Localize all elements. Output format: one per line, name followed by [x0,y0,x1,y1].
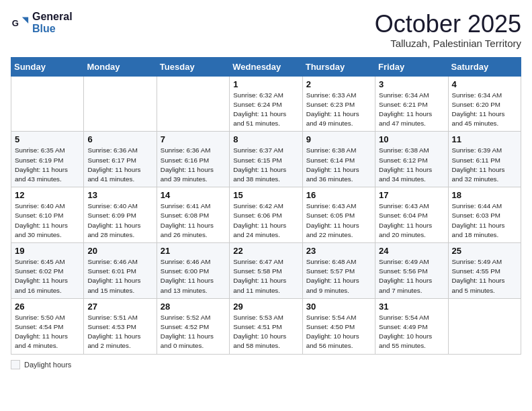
cell-day-number: 20 [87,246,152,256]
cell-info-text: Sunrise: 6:32 AM Sunset: 6:24 PM Dayligh… [233,91,298,129]
cell-info-text: Sunrise: 6:36 AM Sunset: 6:17 PM Dayligh… [87,146,152,184]
cell-info-text: Sunrise: 5:52 AM Sunset: 4:52 PM Dayligh… [161,313,226,351]
calendar-cell: 21Sunrise: 6:46 AM Sunset: 6:00 PM Dayli… [157,243,229,299]
cell-info-text: Sunrise: 6:36 AM Sunset: 6:16 PM Dayligh… [161,146,226,184]
cell-day-number: 11 [452,134,517,144]
cell-day-number: 10 [379,134,444,144]
cell-info-text: Sunrise: 5:54 AM Sunset: 4:50 PM Dayligh… [306,313,371,351]
calendar-cell [11,76,84,132]
cell-info-text: Sunrise: 5:49 AM Sunset: 4:55 PM Dayligh… [452,257,517,295]
logo-line2: Blue [32,23,73,35]
cell-info-text: Sunrise: 6:45 AM Sunset: 6:02 PM Dayligh… [15,257,80,295]
cell-day-number: 18 [452,190,517,200]
calendar-cell: 30Sunrise: 5:54 AM Sunset: 4:50 PM Dayli… [302,298,375,354]
cell-day-number: 15 [233,190,298,200]
page-header: G General Blue October 2025 Talluzah, Pa… [11,11,521,49]
cell-info-text: Sunrise: 6:38 AM Sunset: 6:14 PM Dayligh… [306,146,371,184]
calendar-cell [157,76,229,132]
calendar-cell: 11Sunrise: 6:39 AM Sunset: 6:11 PM Dayli… [448,132,521,187]
cell-info-text: Sunrise: 6:34 AM Sunset: 6:21 PM Dayligh… [379,91,444,129]
cell-day-number: 2 [306,79,371,89]
location-subtitle: Talluzah, Palestinian Territory [375,38,521,49]
weekday-header-thursday: Thursday [302,57,375,76]
cell-day-number: 13 [87,190,152,200]
cell-info-text: Sunrise: 5:53 AM Sunset: 4:51 PM Dayligh… [233,313,298,351]
cell-info-text: Sunrise: 6:46 AM Sunset: 6:00 PM Dayligh… [161,257,226,295]
cell-day-number: 23 [306,246,371,256]
cell-day-number: 9 [306,134,371,144]
cell-info-text: Sunrise: 6:38 AM Sunset: 6:12 PM Dayligh… [379,146,444,184]
cell-info-text: Sunrise: 6:39 AM Sunset: 6:11 PM Dayligh… [452,146,517,184]
calendar-cell: 20Sunrise: 6:46 AM Sunset: 6:01 PM Dayli… [84,243,157,299]
calendar-cell: 24Sunrise: 6:49 AM Sunset: 5:56 PM Dayli… [375,243,448,299]
cell-day-number: 6 [87,134,152,144]
footer-note: Daylight hours [11,360,521,369]
cell-info-text: Sunrise: 6:43 AM Sunset: 6:04 PM Dayligh… [379,201,444,240]
cell-info-text: Sunrise: 6:41 AM Sunset: 6:08 PM Dayligh… [161,201,226,240]
cell-info-text: Sunrise: 6:43 AM Sunset: 6:05 PM Dayligh… [306,201,371,240]
title-block: October 2025 Talluzah, Palestinian Terri… [375,11,521,49]
cell-day-number: 16 [306,190,371,200]
cell-day-number: 27 [87,302,152,312]
cell-info-text: Sunrise: 5:51 AM Sunset: 4:53 PM Dayligh… [87,313,152,351]
calendar-cell [84,76,157,132]
cell-day-number: 12 [15,190,80,200]
cell-day-number: 3 [379,79,444,89]
cell-day-number: 19 [15,246,80,256]
cell-day-number: 26 [15,302,80,312]
calendar-cell: 4Sunrise: 6:34 AM Sunset: 6:20 PM Daylig… [448,76,521,132]
weekday-header-monday: Monday [84,57,157,76]
cell-day-number: 8 [233,134,298,144]
calendar-cell: 8Sunrise: 6:37 AM Sunset: 6:15 PM Daylig… [230,132,302,187]
calendar-cell: 26Sunrise: 5:50 AM Sunset: 4:54 PM Dayli… [11,298,84,354]
calendar-cell: 1Sunrise: 6:32 AM Sunset: 6:24 PM Daylig… [230,76,302,132]
calendar-cell: 10Sunrise: 6:38 AM Sunset: 6:12 PM Dayli… [375,132,448,187]
calendar-table: SundayMondayTuesdayWednesdayThursdayFrid… [11,57,521,355]
cell-day-number: 1 [233,79,298,89]
calendar-cell: 28Sunrise: 5:52 AM Sunset: 4:52 PM Dayli… [157,298,229,354]
daylight-box-icon [11,360,20,369]
calendar-cell: 17Sunrise: 6:43 AM Sunset: 6:04 PM Dayli… [375,187,448,243]
cell-info-text: Sunrise: 6:46 AM Sunset: 6:01 PM Dayligh… [87,257,152,295]
weekday-header-sunday: Sunday [11,57,84,76]
svg-text:G: G [12,17,19,28]
cell-info-text: Sunrise: 6:40 AM Sunset: 6:09 PM Dayligh… [87,201,152,240]
cell-info-text: Sunrise: 6:34 AM Sunset: 6:20 PM Dayligh… [452,91,517,129]
cell-day-number: 5 [15,134,80,144]
cell-info-text: Sunrise: 5:50 AM Sunset: 4:54 PM Dayligh… [15,313,80,351]
weekday-header-wednesday: Wednesday [230,57,302,76]
calendar-cell: 18Sunrise: 6:44 AM Sunset: 6:03 PM Dayli… [448,187,521,243]
calendar-cell: 27Sunrise: 5:51 AM Sunset: 4:53 PM Dayli… [84,298,157,354]
calendar-cell: 6Sunrise: 6:36 AM Sunset: 6:17 PM Daylig… [84,132,157,187]
calendar-cell: 29Sunrise: 5:53 AM Sunset: 4:51 PM Dayli… [230,298,302,354]
cell-day-number: 31 [379,302,444,312]
daylight-label: Daylight hours [24,361,71,369]
calendar-cell: 16Sunrise: 6:43 AM Sunset: 6:05 PM Dayli… [302,187,375,243]
cell-day-number: 17 [379,190,444,200]
logo-icon: G [11,13,30,32]
cell-info-text: Sunrise: 6:42 AM Sunset: 6:06 PM Dayligh… [233,201,298,240]
cell-day-number: 22 [233,246,298,256]
calendar-cell [448,298,521,354]
calendar-cell: 19Sunrise: 6:45 AM Sunset: 6:02 PM Dayli… [11,243,84,299]
calendar-cell: 23Sunrise: 6:48 AM Sunset: 5:57 PM Dayli… [302,243,375,299]
cell-info-text: Sunrise: 6:33 AM Sunset: 6:23 PM Dayligh… [306,91,371,129]
cell-info-text: Sunrise: 6:49 AM Sunset: 5:56 PM Dayligh… [379,257,444,295]
calendar-cell: 2Sunrise: 6:33 AM Sunset: 6:23 PM Daylig… [302,76,375,132]
weekday-header-saturday: Saturday [448,57,521,76]
cell-info-text: Sunrise: 6:47 AM Sunset: 5:58 PM Dayligh… [233,257,298,295]
cell-day-number: 24 [379,246,444,256]
calendar-cell: 3Sunrise: 6:34 AM Sunset: 6:21 PM Daylig… [375,76,448,132]
month-title: October 2025 [375,11,521,38]
cell-info-text: Sunrise: 6:40 AM Sunset: 6:10 PM Dayligh… [15,201,80,240]
cell-info-text: Sunrise: 6:37 AM Sunset: 6:15 PM Dayligh… [233,146,298,184]
cell-day-number: 29 [233,302,298,312]
calendar-cell: 12Sunrise: 6:40 AM Sunset: 6:10 PM Dayli… [11,187,84,243]
cell-day-number: 4 [452,79,517,89]
calendar-cell: 15Sunrise: 6:42 AM Sunset: 6:06 PM Dayli… [230,187,302,243]
calendar-cell: 9Sunrise: 6:38 AM Sunset: 6:14 PM Daylig… [302,132,375,187]
weekday-header-tuesday: Tuesday [157,57,229,76]
calendar-cell: 13Sunrise: 6:40 AM Sunset: 6:09 PM Dayli… [84,187,157,243]
cell-day-number: 30 [306,302,371,312]
cell-info-text: Sunrise: 6:35 AM Sunset: 6:19 PM Dayligh… [15,146,80,184]
